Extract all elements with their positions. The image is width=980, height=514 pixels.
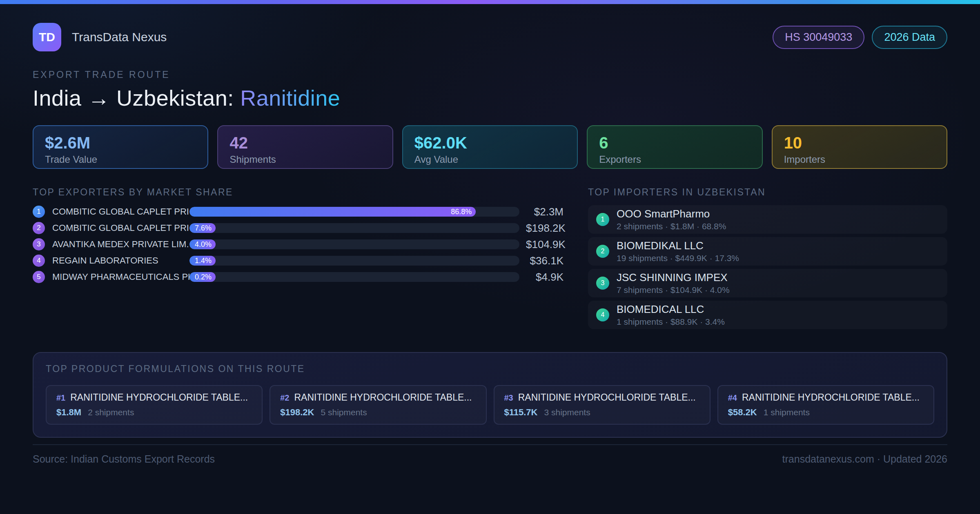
importer-meta: 1 shipments · $88.9K · 3.4%: [617, 317, 725, 327]
exporter-row[interactable]: 4 REGAIN LABORATORIES 1.4% $36.1K: [33, 253, 564, 269]
importer-text: OOO SmartPharmo 2 shipments · $1.8M · 68…: [617, 208, 726, 231]
formulation-card[interactable]: #3 RANITIDINE HYDROCHLORIDE TABLE... $11…: [494, 385, 710, 425]
formulation-rank: #3: [504, 393, 513, 403]
formulations-heading: TOP PRODUCT FORMULATIONS ON THIS ROUTE: [46, 363, 934, 374]
importer-name: BIOMEDICAL LLC: [617, 303, 725, 316]
exporter-name: AVANTIKA MEDEX PRIVATE LIM...: [52, 239, 189, 250]
stat-label: Avg Value: [414, 154, 566, 165]
formulation-rank: #4: [728, 393, 737, 403]
rank-badge: 1: [596, 213, 609, 226]
stat-card-avg-value: $62.0K Avg Value: [402, 125, 578, 169]
hs-code-badge[interactable]: HS 30049033: [773, 26, 864, 49]
market-share-bar-fill: 0.2%: [189, 272, 216, 282]
stat-label: Exporters: [599, 154, 750, 165]
formulation-name: RANITIDINE HYDROCHLORIDE TABLE...: [742, 392, 920, 403]
formulation-name: RANITIDINE HYDROCHLORIDE TABLE...: [294, 392, 472, 403]
formulation-title-row: #3 RANITIDINE HYDROCHLORIDE TABLE...: [504, 392, 700, 403]
stat-value: 42: [229, 134, 381, 152]
formulations-panel: TOP PRODUCT FORMULATIONS ON THIS ROUTE #…: [33, 352, 947, 438]
accent-gradient-bar: [0, 0, 980, 4]
importer-meta: 2 shipments · $1.8M · 68.8%: [617, 222, 726, 231]
market-share-bar-track: 86.8%: [189, 207, 519, 217]
formulation-value: $198.2K: [280, 407, 314, 418]
importer-name: JSC SHINNING IMPEX: [617, 271, 730, 284]
importer-text: BIOMEDIKAL LLC 19 shipments · $449.9K · …: [617, 239, 739, 263]
importer-text: JSC SHINNING IMPEX 7 shipments · $104.9K…: [617, 271, 730, 295]
formulation-shipments: 1 shipments: [764, 408, 810, 417]
exporter-name: MIDWAY PHARMACEUTICALS PRI...: [52, 272, 189, 282]
formulation-name: RANITIDINE HYDROCHLORIDE TABLE...: [518, 392, 696, 403]
importer-item[interactable]: 1 OOO SmartPharmo 2 shipments · $1.8M · …: [588, 205, 947, 234]
formulation-meta-row: $58.2K 1 shipments: [728, 407, 924, 418]
market-share-label: 0.2%: [195, 273, 212, 281]
formulation-shipments: 3 shipments: [544, 408, 590, 417]
stat-value: $62.0K: [414, 134, 566, 152]
rank-badge: 1: [33, 206, 45, 218]
exporter-name: COMBITIC GLOBAL CAPLET PRI...: [52, 206, 189, 217]
importer-item[interactable]: 4 BIOMEDICAL LLC 1 shipments · $88.9K · …: [588, 301, 947, 329]
importer-meta: 19 shipments · $449.9K · 17.3%: [617, 253, 739, 263]
stat-label: Trade Value: [45, 154, 196, 165]
market-share-bar-track: 0.2%: [189, 272, 519, 282]
rank-badge: 2: [33, 222, 45, 234]
market-share-bar-track: 7.6%: [189, 223, 519, 233]
market-share-bar-fill: 86.8%: [189, 207, 476, 217]
formulation-name: RANITIDINE HYDROCHLORIDE TABLE...: [70, 392, 248, 403]
rank-badge: 4: [33, 255, 45, 267]
importers-section: TOP IMPORTERS IN UZBEKISTAN 1 OOO SmartP…: [588, 187, 947, 332]
market-share-bar-track: 1.4%: [189, 256, 519, 266]
formulation-card[interactable]: #1 RANITIDINE HYDROCHLORIDE TABLE... $1.…: [46, 385, 263, 425]
exporter-row[interactable]: 2 COMBITIC GLOBAL CAPLET PRI... 7.6% $19…: [33, 220, 564, 236]
market-share-bar-fill: 4.0%: [189, 239, 216, 249]
importer-item[interactable]: 3 JSC SHINNING IMPEX 7 shipments · $104.…: [588, 269, 947, 297]
exporters-section: TOP EXPORTERS BY MARKET SHARE 1 COMBITIC…: [33, 187, 564, 332]
market-share-label: 4.0%: [195, 240, 212, 249]
page-title: India → Uzbekistan: Ranitidine: [33, 85, 947, 111]
header-badges: HS 30049033 2026 Data: [773, 26, 947, 49]
formulation-value: $1.8M: [56, 407, 81, 418]
eyebrow-label: EXPORT TRADE ROUTE: [33, 69, 947, 80]
exporter-value: $2.3M: [526, 206, 564, 218]
exporters-heading: TOP EXPORTERS BY MARKET SHARE: [33, 187, 564, 198]
formulation-shipments: 2 shipments: [88, 408, 134, 417]
exporter-row[interactable]: 3 AVANTIKA MEDEX PRIVATE LIM... 4.0% $10…: [33, 236, 564, 253]
formulation-card[interactable]: #4 RANITIDINE HYDROCHLORIDE TABLE... $58…: [717, 385, 934, 425]
formulation-meta-row: $1.8M 2 shipments: [56, 407, 252, 418]
stat-label: Shipments: [229, 154, 381, 165]
formulation-meta-row: $198.2K 5 shipments: [280, 407, 476, 418]
exporter-row[interactable]: 5 MIDWAY PHARMACEUTICALS PRI... 0.2% $4.…: [33, 269, 564, 285]
footer-source: Source: Indian Customs Export Records: [33, 453, 215, 465]
brand: TD TransData Nexus: [33, 23, 167, 51]
rank-badge: 5: [33, 271, 45, 283]
formulation-value: $115.7K: [504, 407, 538, 418]
formulation-title-row: #4 RANITIDINE HYDROCHLORIDE TABLE...: [728, 392, 924, 403]
importer-text: BIOMEDICAL LLC 1 shipments · $88.9K · 3.…: [617, 303, 725, 327]
stat-label: Importers: [784, 154, 935, 165]
importer-name: OOO SmartPharmo: [617, 208, 726, 220]
exporter-row[interactable]: 1 COMBITIC GLOBAL CAPLET PRI... 86.8% $2…: [33, 204, 564, 220]
market-share-bar-fill: 7.6%: [189, 223, 216, 233]
market-share-label: 7.6%: [195, 224, 212, 233]
formulation-value: $58.2K: [728, 407, 757, 418]
formulation-card[interactable]: #2 RANITIDINE HYDROCHLORIDE TABLE... $19…: [270, 385, 486, 425]
rank-badge: 3: [596, 277, 609, 290]
market-share-label: 86.8%: [451, 208, 472, 216]
formulation-rank: #2: [280, 393, 289, 403]
stat-card-shipments: 42 Shipments: [217, 125, 393, 169]
exporter-value: $104.9K: [526, 238, 564, 251]
exporters-list: 1 COMBITIC GLOBAL CAPLET PRI... 86.8% $2…: [33, 204, 564, 285]
formulation-meta-row: $115.7K 3 shipments: [504, 407, 700, 418]
rank-badge: 4: [596, 308, 609, 321]
data-year-badge[interactable]: 2026 Data: [872, 26, 947, 49]
rank-badge: 3: [33, 238, 45, 250]
footer: Source: Indian Customs Export Records tr…: [33, 444, 947, 465]
exporter-value: $198.2K: [526, 222, 564, 235]
stat-card-exporters: 6 Exporters: [587, 125, 762, 169]
stat-value: $2.6M: [45, 134, 196, 152]
importer-item[interactable]: 2 BIOMEDIKAL LLC 19 shipments · $449.9K …: [588, 237, 947, 266]
rank-badge: 2: [596, 245, 609, 258]
stat-value: 10: [784, 134, 935, 152]
formulation-title-row: #2 RANITIDINE HYDROCHLORIDE TABLE...: [280, 392, 476, 403]
app-name: TransData Nexus: [72, 30, 167, 44]
market-share-label: 1.4%: [195, 257, 212, 265]
